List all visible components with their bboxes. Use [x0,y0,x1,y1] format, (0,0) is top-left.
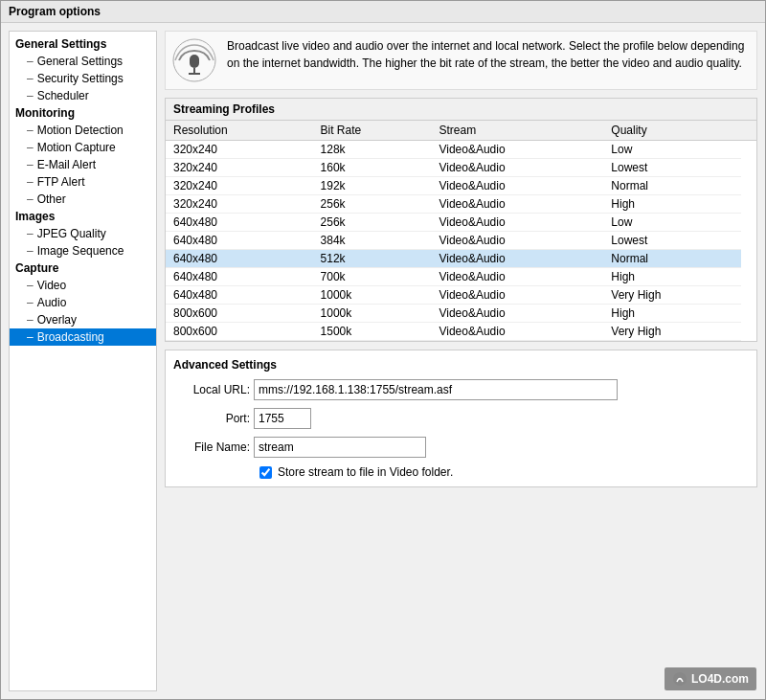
store-stream-checkbox[interactable] [259,466,272,479]
sidebar-item-jpeg-quality[interactable]: JPEG Quality [10,225,156,242]
cell-resolution: 320x240 [166,159,313,177]
port-label: Port: [173,412,250,425]
store-stream-row: Store stream to file in Video folder. [259,465,749,479]
table-row[interactable]: 640x480700kVideo&AudioHigh [166,268,756,286]
cell-quality: Lowest [603,159,741,177]
main-panel: Broadcast live video and audio over the … [165,31,757,691]
cell-stream: Video&Audio [431,286,603,305]
cell-stream: Video&Audio [431,195,603,214]
cell-quality: Normal [603,177,741,195]
sidebar-item-image-sequence[interactable]: Image Sequence [10,242,156,260]
cell-stream: Video&Audio [431,232,603,250]
cell-resolution: 800x600 [166,323,313,341]
cell-bitrate: 1500k [313,323,432,341]
table-row[interactable]: 640x480384kVideo&AudioLowest [166,232,756,250]
local-url-label: Local URL: [173,383,250,396]
cell-bitrate: 1000k [313,286,432,305]
cell-resolution: 640x480 [166,268,313,286]
col-header-stream: Stream [431,121,603,141]
cell-stream: Video&Audio [431,341,603,342]
description-text: Broadcast live video and audio over the … [227,37,751,72]
sidebar-group-images: Images [10,208,156,225]
cell-bitrate: 384k [313,232,432,250]
local-url-row: Local URL: [173,379,749,400]
cell-resolution: 640x480 [166,214,313,232]
cell-stream: Video&Audio [431,141,603,159]
sidebar-group-monitoring: Monitoring [10,104,156,122]
cell-resolution: 640x480 [166,250,313,268]
cell-bitrate: 160k [313,159,432,177]
cell-quality: Normal [603,250,741,268]
table-row[interactable]: 320x240160kVideo&AudioLowest [166,159,756,177]
cell-quality: Very High [603,323,741,341]
sidebar-item-motion-detection[interactable]: Motion Detection [10,122,156,139]
table-row[interactable]: 640x480512kVideo&AudioNormal [166,250,756,268]
cell-stream: Video&Audio [431,250,603,268]
profiles-table: ResolutionBit RateStreamQuality 320x2401… [166,121,756,341]
table-row[interactable]: 800x6001000kVideo&AudioHigh [166,305,756,323]
table-row[interactable]: 640x480256kVideo&AudioLow [166,214,756,232]
cell-resolution: 640x480 [166,286,313,305]
cell-quality: Very High [603,286,741,305]
cell-resolution: 800x600 [166,305,313,323]
cell-stream: Video&Audio [431,159,603,177]
broadcast-icon [171,37,217,83]
table-row[interactable]: 800x6001500kVideo&AudioVery High [166,323,756,341]
port-input[interactable] [254,408,311,429]
table-row[interactable]: 320x240256kVideo&AudioHigh [166,195,756,214]
table-row[interactable]: 320x240192kVideo&AudioNormal [166,177,756,195]
store-stream-label[interactable]: Store stream to file in Video folder. [278,465,453,479]
watermark: LO4D.com [665,667,756,690]
streaming-profiles-section: Streaming Profiles ResolutionBit RateStr… [165,98,757,342]
advanced-settings-section: Advanced Settings Local URL: Port: File … [165,350,757,487]
svg-rect-1 [190,55,199,68]
cell-quality: High [603,195,741,214]
main-wrapper: Program options General SettingsGeneral … [0,0,766,700]
title-bar: Program options [1,1,765,23]
cell-resolution: 320x240 [166,195,313,214]
advanced-settings-title: Advanced Settings [173,358,749,372]
sidebar-item-motion-capture[interactable]: Motion Capture [10,139,156,156]
cell-bitrate: 700k [313,268,432,286]
table-body: 320x240128kVideo&AudioLow320x240160kVide… [166,141,756,342]
table-row[interactable]: 640x4801000kVideo&AudioVery High [166,286,756,305]
cell-bitrate: 128k [313,141,432,159]
program-options-window: Program options General SettingsGeneral … [0,0,766,700]
local-url-input[interactable] [254,379,618,400]
content-area: General SettingsGeneral SettingsSecurity… [1,23,765,699]
cell-resolution: 320x240 [166,141,313,159]
col-header-resolution: Resolution [166,121,313,141]
sidebar-item-ftp-alert[interactable]: FTP Alert [10,173,156,191]
description-box: Broadcast live video and audio over the … [165,31,757,90]
cell-bitrate: 1000k [313,305,432,323]
cell-stream: Video&Audio [431,268,603,286]
sidebar-item-other[interactable]: Other [10,191,156,208]
file-name-input[interactable] [254,437,426,458]
sidebar-item-overlay[interactable]: Overlay [10,311,156,328]
sidebar-item-audio[interactable]: Audio [10,294,156,311]
sidebar-group-general-settings: General Settings [10,35,156,53]
table-row[interactable]: 1024x7681000kVideo&AudioNormal [166,341,756,342]
sidebar-item-broadcasting[interactable]: Broadcasting [10,328,156,346]
table-row[interactable]: 320x240128kVideo&AudioLow [166,141,756,159]
sidebar-group-capture: Capture [10,260,156,277]
cell-bitrate: 192k [313,177,432,195]
sidebar-item-video[interactable]: Video [10,277,156,294]
cell-quality: Normal [603,341,741,342]
cell-stream: Video&Audio [431,177,603,195]
cell-quality: High [603,268,741,286]
sidebar: General SettingsGeneral SettingsSecurity… [9,31,157,691]
cell-stream: Video&Audio [431,305,603,323]
sidebar-item-email-alert[interactable]: E-Mail Alert [10,156,156,173]
cell-stream: Video&Audio [431,214,603,232]
profiles-table-container[interactable]: ResolutionBit RateStreamQuality 320x2401… [166,121,756,341]
cell-quality: High [603,305,741,323]
cell-quality: Low [603,214,741,232]
sidebar-item-general-settings[interactable]: General Settings [10,53,156,70]
sidebar-item-scheduler[interactable]: Scheduler [10,87,156,104]
sidebar-item-security-settings[interactable]: Security Settings [10,70,156,87]
col-header-spacer [741,121,756,141]
cell-bitrate: 1000k [313,341,432,342]
port-row: Port: [173,408,749,429]
cell-resolution: 320x240 [166,177,313,195]
